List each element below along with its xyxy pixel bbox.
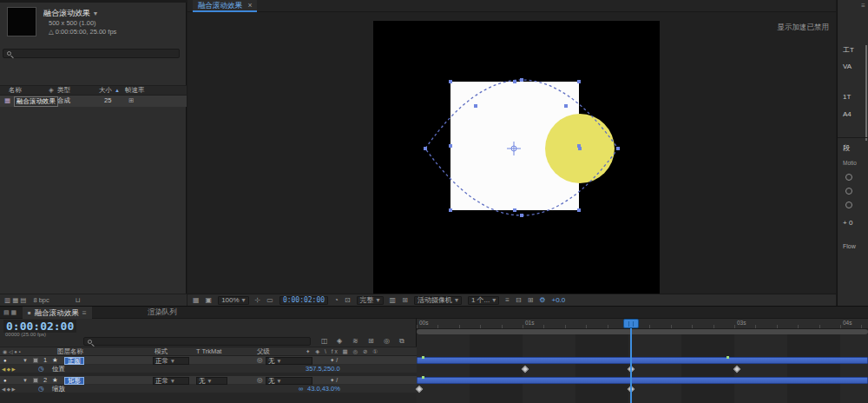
layer-name-field[interactable]: 矩形: [64, 377, 84, 385]
stopwatch-icon[interactable]: ◷: [38, 365, 44, 373]
blend-mode-select[interactable]: 正常 ▾: [153, 377, 189, 385]
close-icon[interactable]: ×: [247, 1, 252, 10]
project-search-input[interactable]: [3, 49, 180, 58]
timeline-button-icon[interactable]: ≡: [505, 296, 510, 304]
current-time-display[interactable]: 0:00:02:00: [3, 320, 76, 333]
tab-composition[interactable]: 融合滚动效果 ×: [193, 0, 257, 12]
project-item-row[interactable]: ▦ 融合滚动效果 合成 25 ⊞: [0, 96, 187, 107]
current-time-field[interactable]: 0:00:02:00: [279, 296, 328, 305]
pickwhip-icon[interactable]: ◎: [257, 376, 263, 385]
align-radio-1[interactable]: [845, 174, 852, 181]
panel-menu-icon[interactable]: ≡: [861, 2, 865, 10]
tab-render-queue[interactable]: 渲染队列: [148, 307, 177, 319]
tab-timeline-comp[interactable]: ■ 融合滚动效果 ≡: [23, 307, 92, 319]
view-layout-value: 1 个...: [471, 295, 490, 305]
exposure-gear-icon[interactable]: ⚙: [539, 296, 545, 304]
label-color-chip[interactable]: [33, 358, 38, 363]
column-framerate[interactable]: 帧速率: [125, 86, 145, 95]
exposure-value[interactable]: +0.0: [552, 296, 566, 304]
work-area-bar[interactable]: [417, 329, 868, 334]
menu-icon[interactable]: ≡: [82, 307, 87, 319]
frame-blend-icon[interactable]: ⊞: [368, 337, 374, 345]
layer-switches[interactable]: ✦ /: [330, 356, 338, 365]
motion-blur-icon[interactable]: ◎: [384, 337, 390, 345]
pixel-aspect-icon[interactable]: ⊞: [402, 296, 408, 304]
constrain-link-icon[interactable]: ∞: [299, 385, 303, 393]
character-kerning-icon[interactable]: VA: [843, 63, 852, 70]
property-name[interactable]: 缩放: [52, 385, 65, 393]
expander-icon[interactable]: ▼: [23, 376, 28, 385]
property-row-position[interactable]: ◀ ◆ ▶ ◷ 位置 357.5,250.0: [0, 365, 417, 373]
reset-exposure-icon[interactable]: ⊞: [528, 296, 534, 304]
layer-switches[interactable]: ✦ /: [330, 376, 338, 385]
layer-row-2[interactable]: ● ▼ 2 ★ 矩形 正常 ▾ 无 ▾ ◎ 无 ▾ ✦ /: [0, 376, 417, 385]
region-of-interest-icon[interactable]: ⊡: [345, 296, 351, 304]
align-radio-3[interactable]: [845, 202, 852, 208]
character-tracking-icon[interactable]: 工T: [843, 45, 854, 55]
property-name[interactable]: 位置: [52, 365, 65, 373]
pickwhip-icon[interactable]: ◎: [257, 356, 263, 365]
character-leading-icon[interactable]: 1T: [843, 93, 851, 101]
layer-name-field[interactable]: 正圆: [64, 357, 84, 365]
mask-visibility-icon[interactable]: ▭: [266, 296, 273, 304]
panel-icons[interactable]: ▤ ▦: [3, 309, 16, 316]
shy-icon[interactable]: ≋: [352, 337, 358, 345]
add-preset-button[interactable]: + 0: [843, 219, 852, 227]
chevron-down-icon[interactable]: ▼: [93, 10, 99, 17]
parent-select[interactable]: 无 ▾: [266, 377, 312, 385]
paragraph-panel-label: 段: [843, 143, 850, 153]
timeline-track-area[interactable]: 00s 01s 03s 04s: [417, 319, 868, 403]
layer-duration-bar-1[interactable]: [417, 357, 868, 364]
trkmat-select[interactable]: 无 ▾: [196, 377, 227, 385]
show-channel-icon[interactable]: ▣: [206, 296, 213, 304]
comp-thumbnail[interactable]: [7, 7, 36, 36]
column-parent[interactable]: 父级: [257, 347, 270, 356]
snapshot-camera-icon[interactable]: ◔: [334, 296, 339, 304]
column-name[interactable]: 名称: [9, 86, 22, 95]
stopwatch-icon[interactable]: ◷: [38, 385, 44, 393]
composition-viewport[interactable]: [373, 21, 660, 294]
transparency-grid-icon[interactable]: ▥: [390, 296, 397, 304]
character-baseline-icon[interactable]: A4: [843, 110, 852, 118]
current-time-indicator-handle[interactable]: [623, 319, 639, 328]
mask-path-overlay[interactable]: [373, 21, 660, 294]
grid-guides-icon[interactable]: ⊹: [255, 296, 261, 304]
scrollbar[interactable]: [865, 45, 867, 141]
parent-select[interactable]: 无 ▾: [266, 357, 312, 365]
current-time-indicator-line[interactable]: [630, 319, 632, 403]
property-row-scale[interactable]: ◀ ◆ ▶ ◷ 缩放 ∞ 43.0,43.0%: [0, 385, 417, 393]
property-value[interactable]: 43.0,43.0%: [307, 385, 340, 393]
column-trkmat[interactable]: T TrkMat: [196, 347, 221, 356]
keyframe-navigator[interactable]: ◀ ◆ ▶: [2, 385, 16, 393]
trash-icon[interactable]: ⊔: [76, 296, 81, 304]
magnification-select[interactable]: 100% ▾: [218, 296, 248, 305]
project-item-name[interactable]: 融合滚动效果: [14, 96, 58, 107]
time-ruler[interactable]: 00s 01s 03s 04s: [417, 319, 868, 329]
graph-editor-icon[interactable]: ⧉: [399, 337, 404, 346]
timeline-search-input[interactable]: [83, 337, 311, 346]
align-radio-2[interactable]: [845, 188, 852, 195]
bit-depth-label[interactable]: 8 bpc: [33, 296, 49, 304]
view-layout-select[interactable]: 1 个... ▾: [468, 296, 499, 305]
ruler-label: 01s: [525, 320, 534, 326]
active-camera-select[interactable]: 活动摄像机 ▾: [414, 296, 462, 305]
property-value[interactable]: 357.5,250.0: [306, 365, 340, 373]
column-size[interactable]: 大小: [99, 86, 112, 95]
blend-mode-select[interactable]: 正常 ▾: [153, 357, 189, 365]
mini-flowchart-icon[interactable]: ◫: [321, 337, 328, 345]
snapshot-icon[interactable]: ▦: [193, 296, 200, 304]
label-color-chip[interactable]: [33, 378, 38, 383]
draft3d-icon[interactable]: ◈: [337, 337, 342, 345]
visibility-eye-icon[interactable]: ●: [3, 356, 7, 365]
resolution-select[interactable]: 完整 ▾: [357, 296, 384, 305]
visibility-eye-icon[interactable]: ●: [3, 376, 7, 385]
layer-row-1[interactable]: ● ▼ 1 ★ 正圆 正常 ▾ ◎ 无 ▾ ✦ /: [0, 356, 417, 365]
project-view-icons[interactable]: ▥ ▦ ▤: [4, 296, 26, 304]
column-mode[interactable]: 模式: [155, 347, 168, 356]
keyframe-navigator[interactable]: ◀ ◆ ▶: [2, 365, 16, 373]
column-type[interactable]: 类型: [57, 86, 70, 95]
expander-icon[interactable]: ▼: [23, 356, 28, 365]
layer-duration-bar-2[interactable]: [417, 377, 868, 384]
flowchart-icon[interactable]: ⊟: [516, 296, 522, 304]
column-layer-name[interactable]: 图层名称: [57, 347, 83, 356]
